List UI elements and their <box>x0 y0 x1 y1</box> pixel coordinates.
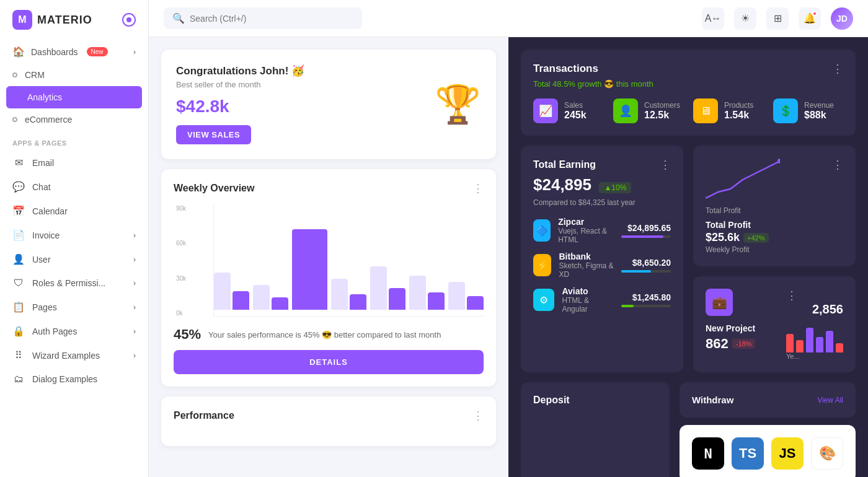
search-bar[interactable]: 🔍 <box>164 7 362 29</box>
grid-icon[interactable]: ⊞ <box>766 7 789 30</box>
header: 🔍 A↔ ☀ ⊞ 🔔 JD <box>149 0 868 37</box>
new-project-count: 862 <box>706 336 728 352</box>
profit-chart-label: Total Profit <box>706 206 832 215</box>
new-project-title: New Project <box>706 323 755 333</box>
more-options-icon[interactable]: ⋮ <box>660 158 671 172</box>
logo-icon: M <box>12 10 32 30</box>
sidebar-item-invoice[interactable]: 📄 Invoice › <box>0 223 148 247</box>
bar-group-5 <box>409 276 445 310</box>
sidebar-item-wizard[interactable]: ⠿ Wizard Examples › <box>0 343 148 367</box>
nextjs-logo: N <box>692 437 724 470</box>
subtitle-text: Total 48.5% growth 😎 this month <box>533 79 653 89</box>
search-icon: 🔍 <box>172 12 185 24</box>
earning-item-bitbank: ⚡ Bitbank Sketch, Figma & XD $8,650.20 <box>533 252 671 279</box>
dot-icon <box>15 95 20 100</box>
congrats-amount: $42.8k <box>176 97 304 116</box>
more-options-icon[interactable]: ⋮ <box>832 159 843 171</box>
calendar-icon: 📅 <box>12 205 25 217</box>
bitbank-progress <box>621 270 671 273</box>
sidebar-item-calendar[interactable]: 📅 Calendar <box>0 199 148 223</box>
withdraw-view-all[interactable]: View All <box>817 396 843 405</box>
chevron-icon: › <box>133 255 136 264</box>
sidebar-item-label: eCommerce <box>25 115 72 125</box>
deposit-title: Deposit <box>533 395 570 406</box>
invoice-icon: 📄 <box>12 229 25 241</box>
sidebar-item-analytics[interactable]: Analytics <box>6 86 142 108</box>
new-project-left: 💼 New Project 862 -18% <box>706 289 755 352</box>
bar-group-1 <box>253 285 288 310</box>
figma-logo: 🎨 <box>811 437 843 470</box>
weekly-title: Weekly Overview <box>174 183 254 194</box>
bitbank-value: $8,650.20 <box>621 258 671 268</box>
zipcar-bar <box>621 235 663 238</box>
details-button[interactable]: DETAILS <box>174 350 484 374</box>
user-icon: 👤 <box>12 253 25 265</box>
sidebar-item-label: Auth Pages <box>32 326 77 336</box>
trans-item-sales: 📈 Sales 245k <box>533 98 603 123</box>
notification-icon[interactable]: 🔔 <box>799 7 821 30</box>
shield-icon: 🛡 <box>12 278 25 289</box>
chevron-icon: › <box>133 303 136 312</box>
deposit-header: Deposit <box>533 395 657 406</box>
theme-icon[interactable]: ☀ <box>734 7 756 30</box>
lock-icon: 🔒 <box>12 325 25 337</box>
sales-icon: 📈 <box>533 98 558 123</box>
profit-value-row: $25.6k +42% <box>706 231 843 244</box>
bitbank-icon: ⚡ <box>533 254 551 276</box>
earning-amount: $24,895 <box>533 175 591 194</box>
profit-badge: +42% <box>743 233 768 243</box>
sidebar-item-dialog[interactable]: 🗂 Dialog Examples <box>0 367 148 391</box>
typescript-logo: TS <box>732 437 764 470</box>
bar-light-6 <box>448 282 465 310</box>
y-label-0k: 0k <box>176 310 186 317</box>
trans-item-revenue: 💲 Revenue $88k <box>773 98 843 123</box>
revenue-icon: 💲 <box>773 98 798 123</box>
more-options-icon[interactable]: ⋮ <box>832 62 843 76</box>
sidebar-item-user[interactable]: 👤 User › <box>0 247 148 271</box>
performance-title: Performance <box>174 410 234 421</box>
sidebar-item-dashboards[interactable]: 🏠 Dashboards New › <box>0 40 148 64</box>
more-options-icon[interactable]: ⋮ <box>472 182 484 195</box>
bar-light-5 <box>409 276 426 310</box>
javascript-logo: JS <box>771 437 804 470</box>
more-options-icon[interactable]: ⋮ <box>786 289 797 302</box>
withdraw-header: Withdraw View All <box>692 395 843 405</box>
earning-item-aviato: ⚙ Aviato HTML & Angular $1,245.80 <box>533 286 671 313</box>
profit-chart-wrap: Total Profit <box>706 158 832 215</box>
performance-header: Performance ⋮ <box>174 409 484 422</box>
sidebar-item-email[interactable]: ✉ Email <box>0 151 148 175</box>
more-options-icon[interactable]: ⋮ <box>472 409 484 422</box>
dot-icon <box>12 72 17 77</box>
profit-bottom: Total Profit $25.6k +42% Weekly Profit <box>706 220 843 254</box>
bar-highlight-2 <box>292 229 327 310</box>
new-project-count-row: 862 -18% <box>706 336 755 352</box>
search-input[interactable] <box>190 14 353 24</box>
trans-revenue-value: $88k <box>804 110 834 121</box>
sidebar-item-pages[interactable]: 📋 Pages › <box>0 295 148 319</box>
avatar[interactable]: JD <box>831 7 853 30</box>
translate-icon[interactable]: A↔ <box>702 7 724 30</box>
sidebar-item-crm[interactable]: CRM <box>0 64 148 86</box>
withdraw-card: Withdraw View All <box>680 382 856 418</box>
content-area: Congratulations John! 🥳 Best seller of t… <box>149 37 868 477</box>
sidebar-item-auth[interactable]: 🔒 Auth Pages › <box>0 319 148 343</box>
trans-revenue-label: Revenue <box>804 101 834 110</box>
record-icon[interactable] <box>122 13 136 27</box>
aviato-bar <box>621 305 634 307</box>
mini-bar-5 <box>836 343 843 352</box>
chevron-icon: › <box>133 327 136 336</box>
y-label-30k: 30k <box>176 275 186 282</box>
bottom-right-row: Deposit Withdraw View All N TS <box>521 382 856 477</box>
sidebar-item-ecommerce[interactable]: eCommerce <box>0 108 148 131</box>
dialog-icon: 🗂 <box>12 374 25 385</box>
earning-badge: ▲ 10% <box>599 182 631 193</box>
chart-container: 90k 60k 30k 0k <box>195 205 484 317</box>
dot-icon <box>12 117 17 122</box>
sidebar-item-roles[interactable]: 🛡 Roles & Permissi... › <box>0 271 148 295</box>
trans-item-customers: 👤 Customers 12.5k <box>613 98 683 123</box>
transactions-card: Transactions ⋮ Total 48.5% growth 😎 this… <box>521 50 856 136</box>
view-sales-button[interactable]: VIEW SALES <box>176 125 251 144</box>
profit-sub: Weekly Profit <box>706 245 843 254</box>
sidebar-item-chat[interactable]: 💬 Chat <box>0 175 148 199</box>
sidebar-item-label: Calendar <box>32 206 68 216</box>
